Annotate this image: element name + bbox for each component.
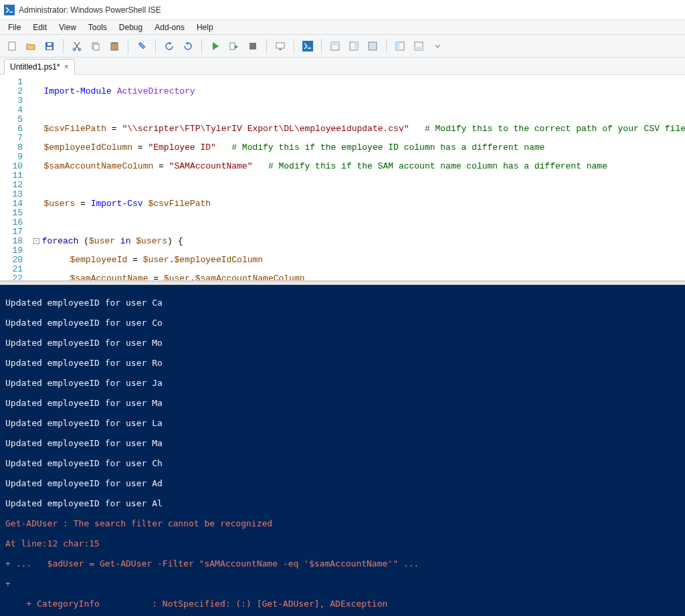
menu-file[interactable]: File — [3, 21, 26, 33]
console-line: Updated employeeID for user Al — [5, 498, 680, 508]
new-button[interactable] — [4, 38, 20, 54]
console-line: Updated employeeID for user Ad — [5, 478, 680, 488]
separator — [321, 39, 322, 54]
stop-icon — [248, 41, 258, 52]
undo-button[interactable] — [161, 38, 177, 54]
svg-rect-15 — [302, 41, 313, 52]
menubar: File Edit View Tools Debug Add-ons Help — [0, 20, 685, 35]
command-addon-button[interactable] — [392, 38, 408, 54]
layout-top-button[interactable] — [327, 38, 343, 54]
svg-rect-24 — [415, 47, 423, 50]
svg-rect-1 — [9, 42, 15, 50]
separator — [294, 39, 294, 54]
separator — [266, 39, 267, 54]
svg-rect-17 — [331, 42, 339, 45]
layout-right-button[interactable] — [346, 38, 362, 54]
svg-rect-13 — [276, 43, 284, 48]
run-selection-button[interactable] — [226, 38, 242, 54]
console-line: Updated employeeID for user La — [5, 418, 680, 428]
command-addon-icon — [395, 41, 405, 52]
clear-button[interactable] — [134, 38, 150, 54]
powershell-icon — [302, 41, 313, 52]
cut-icon — [72, 41, 82, 52]
separator — [63, 39, 64, 54]
close-icon[interactable]: × — [64, 62, 69, 72]
console-line: Updated employeeID for user Ch — [5, 458, 680, 468]
open-button[interactable] — [23, 38, 39, 54]
console-line: Updated employeeID for user Ro — [5, 358, 680, 368]
error-line: + — [5, 579, 680, 589]
window-title: Administrator: Windows PowerShell ISE — [19, 5, 161, 15]
redo-icon — [183, 41, 193, 52]
save-button[interactable] — [41, 38, 58, 54]
layout-full-button[interactable] — [365, 38, 381, 54]
run-selection-icon — [229, 41, 239, 52]
clear-icon — [136, 41, 147, 52]
layout-full-icon — [367, 41, 378, 52]
snippet-icon — [413, 41, 424, 52]
save-icon — [44, 41, 55, 52]
chevron-down-icon — [434, 41, 441, 52]
menu-addons[interactable]: Add-ons — [149, 21, 190, 33]
file-tab-label: Untitled1.ps1* — [10, 62, 60, 72]
error-line: + CategoryInfo : NotSpecified: (:) [Get-… — [5, 599, 680, 609]
powershell-tab-button[interactable] — [300, 38, 316, 54]
console-line: Updated employeeID for user Co — [5, 318, 680, 328]
console-line: Updated employeeID for user Ma — [5, 438, 680, 448]
copy-button[interactable] — [88, 38, 104, 54]
open-icon — [25, 41, 36, 52]
svg-rect-14 — [279, 49, 282, 50]
run-icon — [210, 41, 221, 52]
redo-button[interactable] — [180, 38, 196, 54]
cut-button[interactable] — [69, 38, 85, 54]
remote-button[interactable] — [272, 38, 288, 54]
file-tab[interactable]: Untitled1.ps1* × — [4, 59, 75, 75]
more-button[interactable] — [429, 38, 446, 54]
paste-button[interactable] — [106, 38, 122, 54]
svg-rect-3 — [47, 47, 52, 49]
code-area[interactable]: Import-Module ActiveDirectory $csvFilePa… — [28, 78, 685, 280]
console-line: Updated employeeID for user Ma — [5, 398, 680, 408]
separator — [386, 39, 387, 54]
snippet-button[interactable] — [411, 38, 427, 54]
svg-rect-8 — [94, 44, 99, 50]
separator — [128, 39, 128, 54]
error-line: At line:12 char:15 — [5, 538, 680, 548]
console-line: Updated employeeID for user Ca — [5, 298, 680, 308]
error-line: + ... $adUser = Get-ADUser -Filter "sAMA… — [5, 558, 680, 569]
script-editor[interactable]: 12345678910111213141516171819202122 Impo… — [0, 75, 685, 281]
new-icon — [7, 41, 17, 52]
fold-icon[interactable]: - — [33, 238, 39, 244]
copy-icon — [90, 41, 101, 52]
svg-rect-10 — [112, 42, 116, 44]
error-line: Get-ADUser : The search filter cannot be… — [5, 518, 680, 528]
svg-rect-11 — [230, 43, 235, 49]
undo-icon — [164, 41, 175, 52]
layout-top-icon — [330, 41, 340, 52]
menu-tools[interactable]: Tools — [83, 21, 112, 33]
line-gutter: 12345678910111213141516171819202122 — [0, 78, 28, 280]
console-line: Updated employeeID for user Mo — [5, 338, 680, 348]
tabbar: Untitled1.ps1* × — [0, 58, 685, 75]
console-line: Updated employeeID for user Ja — [5, 378, 680, 388]
titlebar: Administrator: Windows PowerShell ISE — [0, 0, 685, 20]
svg-rect-22 — [396, 42, 399, 50]
remote-icon — [275, 41, 286, 52]
menu-edit[interactable]: Edit — [27, 21, 52, 33]
stop-button[interactable] — [245, 38, 261, 54]
paste-icon — [109, 41, 120, 52]
separator — [155, 39, 156, 54]
svg-rect-12 — [250, 43, 256, 49]
svg-rect-19 — [355, 42, 358, 50]
svg-rect-20 — [369, 42, 377, 50]
console-pane[interactable]: Updated employeeID for user Ca Updated e… — [0, 285, 685, 616]
menu-debug[interactable]: Debug — [114, 21, 148, 33]
menu-view[interactable]: View — [54, 21, 82, 33]
toolbar — [0, 35, 685, 58]
separator — [201, 39, 202, 54]
menu-help[interactable]: Help — [191, 21, 219, 33]
svg-rect-4 — [47, 43, 52, 45]
powershell-ise-icon — [4, 5, 15, 15]
layout-right-icon — [349, 41, 359, 52]
run-button[interactable] — [207, 38, 223, 54]
